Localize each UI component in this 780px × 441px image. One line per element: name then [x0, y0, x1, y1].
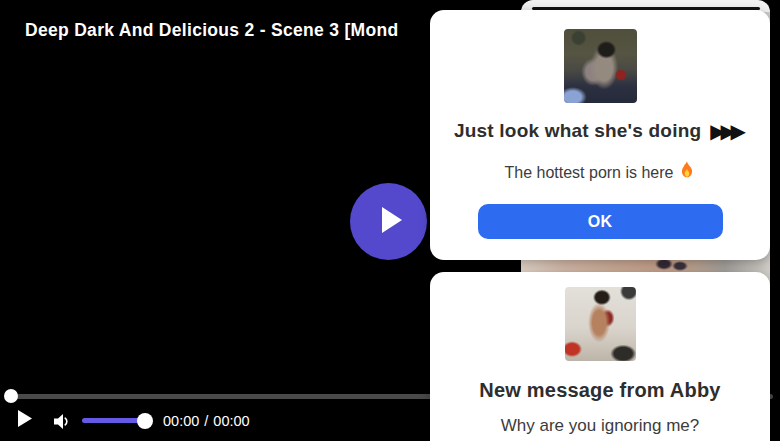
popup-title-text: New message from Abby — [479, 379, 720, 402]
selfie-photo-thumbnail[interactable] — [565, 287, 636, 361]
popup-title: Just look what she's doing ▶▶▶ — [454, 119, 746, 143]
big-play-button[interactable] — [350, 183, 427, 260]
video-title: Deep Dark And Delicious 2 - Scene 3 [Mon… — [25, 20, 398, 41]
seek-bar-knob[interactable] — [4, 389, 18, 403]
total-time: 00:00 — [213, 413, 249, 429]
current-time: 00:00 — [163, 413, 199, 429]
play-icon — [18, 413, 32, 430]
ok-button[interactable]: OK — [478, 204, 723, 239]
popup-subtitle-text: Why are you ignoring me? — [501, 416, 699, 436]
popup-title: New message from Abby — [479, 379, 720, 402]
time-display: 00:00 / 00:00 — [163, 413, 250, 429]
volume-slider[interactable] — [82, 418, 145, 423]
mute-button[interactable] — [53, 413, 70, 434]
play-button[interactable] — [18, 410, 32, 431]
popup-subtitle: Why are you ignoring me? — [501, 416, 699, 436]
volume-slider-knob[interactable] — [137, 413, 153, 429]
popup-subtitle: The hottest porn is here — [505, 161, 696, 184]
time-separator: / — [204, 413, 208, 429]
play-icon — [379, 207, 399, 237]
fire-icon — [679, 161, 695, 184]
popup-title-text: Just look what she's doing — [454, 120, 701, 142]
ad-popup-ok[interactable]: Just look what she's doing ▶▶▶ The hotte… — [430, 10, 770, 260]
popup-subtitle-text: The hottest porn is here — [505, 164, 674, 182]
ad-popup-message[interactable]: New message from Abby Why are you ignori… — [430, 272, 770, 441]
speaker-icon — [53, 416, 70, 433]
webcam-photo-thumbnail[interactable] — [564, 29, 637, 103]
video-page: Deep Dark And Delicious 2 - Scene 3 [Mon… — [0, 0, 780, 441]
fast-forward-arrows-icon: ▶▶▶ — [710, 119, 746, 143]
